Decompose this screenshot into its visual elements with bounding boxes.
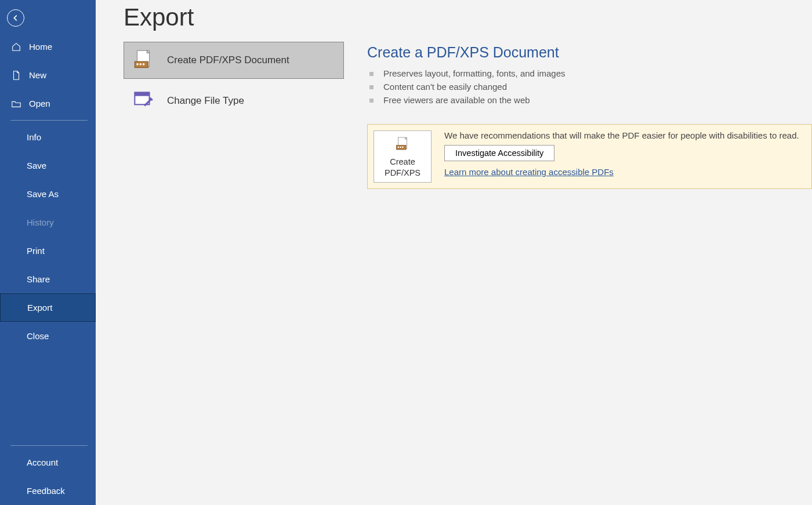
detail-bullet: Preserves layout, formatting, fonts, and… [367,67,812,80]
page-title: Export [124,3,812,31]
create-button-label-line1: Create [376,157,429,168]
nav-close[interactable]: Close [0,322,96,350]
option-label: Create PDF/XPS Document [167,55,289,66]
option-change-file-type[interactable]: Change File Type [124,82,344,119]
option-create-pdf-xps[interactable]: Create PDF/XPS Document [124,42,344,79]
nav-label: Info [27,132,41,142]
nav-label: Export [27,303,52,313]
nav-home[interactable]: Home [0,32,96,61]
arrow-left-icon [12,14,20,22]
accessibility-message: We have recommendations that will make t… [444,130,801,140]
nav-info[interactable]: Info [0,123,96,151]
nav-save-as[interactable]: Save As [0,180,96,208]
nav-label: Feedback [27,486,65,496]
pdf-document-icon [131,48,155,72]
accessibility-info-box: Create PDF/XPS We have recommendations t… [367,124,812,189]
nav-save[interactable]: Save [0,151,96,180]
nav-label: Account [27,457,58,467]
create-button-label-line2: PDF/XPS [376,168,429,179]
detail-title: Create a PDF/XPS Document [367,44,812,61]
sidebar-separator [10,120,88,121]
home-icon [10,41,22,53]
nav-share[interactable]: Share [0,265,96,293]
nav-print[interactable]: Print [0,237,96,265]
sidebar-separator [10,445,88,446]
nav-label: Open [29,99,50,108]
nav-feedback[interactable]: Feedback [0,477,96,505]
nav-label: Print [27,246,45,256]
nav-label: Home [29,42,52,52]
svg-rect-9 [398,147,399,148]
nav-export[interactable]: Export [0,293,96,322]
nav-label: Save As [27,189,59,199]
folder-open-icon [10,98,22,110]
export-detail-pane: Create a PDF/XPS Document Preserves layo… [344,42,812,189]
pdf-document-icon [376,136,429,153]
svg-rect-10 [400,147,401,148]
backstage-sidebar: Home New Open Info Save Save As History … [0,0,96,505]
learn-more-link[interactable]: Learn more about creating accessible PDF… [444,167,801,177]
new-file-icon [10,70,22,81]
change-file-type-icon [131,89,155,113]
nav-label: History [27,217,54,227]
nav-label: Save [27,161,46,170]
create-pdf-xps-button[interactable]: Create PDF/XPS [374,130,432,183]
svg-rect-3 [140,63,142,65]
nav-new[interactable]: New [0,61,96,89]
nav-account[interactable]: Account [0,448,96,477]
detail-bullet: Content can't be easily changed [367,80,812,93]
svg-rect-4 [143,63,144,65]
svg-rect-2 [136,63,138,65]
nav-history: History [0,208,96,237]
investigate-accessibility-button[interactable]: Investigate Accessibility [444,145,554,161]
main-content: Export Create PDF/XPS Document [96,0,812,505]
svg-rect-6 [135,92,149,96]
export-options-list: Create PDF/XPS Document Change File Type [124,42,344,189]
nav-label: Share [27,274,50,284]
detail-bullet: Free viewers are available on the web [367,93,812,107]
svg-rect-11 [402,147,403,148]
detail-bullets: Preserves layout, formatting, fonts, and… [367,67,812,107]
nav-label: Close [27,331,49,341]
nav-open[interactable]: Open [0,89,96,118]
nav-label: New [29,70,46,80]
back-button[interactable] [7,9,24,27]
option-label: Change File Type [167,95,244,107]
